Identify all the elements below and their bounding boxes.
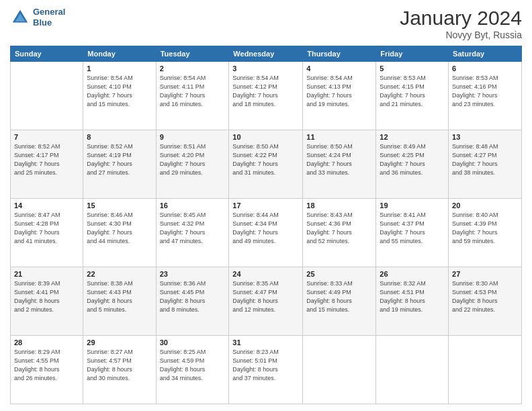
calendar-body: 1Sunrise: 8:54 AMSunset: 4:10 PMDaylight… bbox=[11, 62, 522, 404]
calendar-day-cell: 7Sunrise: 8:52 AMSunset: 4:17 PMDaylight… bbox=[11, 130, 83, 199]
calendar-day-cell: 4Sunrise: 8:54 AMSunset: 4:13 PMDaylight… bbox=[303, 62, 376, 130]
logo-icon bbox=[10, 7, 30, 28]
day-number: 4 bbox=[306, 64, 372, 73]
day-number: 7 bbox=[14, 133, 79, 141]
calendar-title: January 2024 bbox=[400, 7, 522, 30]
day-number: 17 bbox=[232, 201, 299, 210]
day-number: 9 bbox=[160, 133, 226, 141]
day-number: 18 bbox=[306, 201, 372, 210]
day-info: Sunrise: 8:40 AMSunset: 4:39 PMDaylight:… bbox=[452, 211, 518, 246]
day-info: Sunrise: 8:51 AMSunset: 4:20 PMDaylight:… bbox=[160, 142, 226, 177]
page: General Blue January 2024 Novyy Byt, Rus… bbox=[0, 0, 532, 411]
day-info: Sunrise: 8:54 AMSunset: 4:12 PMDaylight:… bbox=[232, 74, 299, 109]
calendar-day-cell: 6Sunrise: 8:53 AMSunset: 4:16 PMDaylight… bbox=[449, 62, 522, 130]
day-number: 13 bbox=[452, 133, 518, 141]
calendar-day-cell: 5Sunrise: 8:53 AMSunset: 4:15 PMDaylight… bbox=[376, 62, 449, 130]
day-number: 3 bbox=[232, 64, 299, 73]
day-number: 23 bbox=[160, 270, 226, 278]
logo-text: General Blue bbox=[33, 7, 65, 28]
day-info: Sunrise: 8:54 AMSunset: 4:10 PMDaylight:… bbox=[87, 74, 152, 109]
day-number: 12 bbox=[380, 133, 445, 141]
day-info: Sunrise: 8:29 AMSunset: 4:55 PMDaylight:… bbox=[14, 348, 79, 383]
calendar-day-cell: 25Sunrise: 8:33 AMSunset: 4:49 PMDayligh… bbox=[303, 267, 376, 336]
calendar-day-cell: 31Sunrise: 8:23 AMSunset: 5:01 PMDayligh… bbox=[229, 336, 303, 404]
calendar-week-row: 1Sunrise: 8:54 AMSunset: 4:10 PMDaylight… bbox=[11, 62, 522, 130]
calendar-day-cell: 14Sunrise: 8:47 AMSunset: 4:28 PMDayligh… bbox=[11, 199, 83, 267]
calendar-day-cell: 12Sunrise: 8:49 AMSunset: 4:25 PMDayligh… bbox=[376, 130, 449, 199]
calendar-day-cell: 13Sunrise: 8:48 AMSunset: 4:27 PMDayligh… bbox=[449, 130, 522, 199]
day-number: 21 bbox=[14, 270, 79, 278]
day-info: Sunrise: 8:52 AMSunset: 4:19 PMDaylight:… bbox=[87, 142, 152, 177]
calendar-day-cell: 22Sunrise: 8:38 AMSunset: 4:43 PMDayligh… bbox=[83, 267, 156, 336]
calendar-table: SundayMondayTuesdayWednesdayThursdayFrid… bbox=[10, 46, 522, 404]
day-number: 30 bbox=[160, 338, 226, 347]
day-number: 16 bbox=[160, 201, 226, 210]
calendar-week-row: 7Sunrise: 8:52 AMSunset: 4:17 PMDaylight… bbox=[11, 130, 522, 199]
day-number: 25 bbox=[306, 270, 372, 278]
calendar-day-cell: 8Sunrise: 8:52 AMSunset: 4:19 PMDaylight… bbox=[83, 130, 156, 199]
day-info: Sunrise: 8:27 AMSunset: 4:57 PMDaylight:… bbox=[87, 348, 152, 383]
calendar-day-cell: 30Sunrise: 8:25 AMSunset: 4:59 PMDayligh… bbox=[156, 336, 229, 404]
calendar-day-cell: 3Sunrise: 8:54 AMSunset: 4:12 PMDaylight… bbox=[229, 62, 303, 130]
calendar-day-cell bbox=[303, 336, 376, 404]
calendar-day-cell bbox=[449, 336, 522, 404]
day-info: Sunrise: 8:52 AMSunset: 4:17 PMDaylight:… bbox=[14, 142, 79, 177]
calendar-day-cell: 2Sunrise: 8:54 AMSunset: 4:11 PMDaylight… bbox=[156, 62, 229, 130]
day-number: 28 bbox=[14, 338, 79, 347]
weekday-header-cell: Thursday bbox=[303, 46, 376, 62]
day-info: Sunrise: 8:45 AMSunset: 4:32 PMDaylight:… bbox=[160, 211, 226, 246]
logo: General Blue bbox=[10, 7, 65, 28]
day-number: 8 bbox=[87, 133, 152, 141]
weekday-header-row: SundayMondayTuesdayWednesdayThursdayFrid… bbox=[11, 46, 522, 62]
day-info: Sunrise: 8:49 AMSunset: 4:25 PMDaylight:… bbox=[380, 142, 445, 177]
weekday-header-cell: Monday bbox=[83, 46, 156, 62]
calendar-day-cell bbox=[11, 62, 83, 130]
day-info: Sunrise: 8:33 AMSunset: 4:49 PMDaylight:… bbox=[306, 279, 372, 314]
day-number: 2 bbox=[160, 64, 226, 73]
day-number: 20 bbox=[452, 201, 518, 210]
calendar-day-cell: 27Sunrise: 8:30 AMSunset: 4:53 PMDayligh… bbox=[449, 267, 522, 336]
calendar-day-cell: 29Sunrise: 8:27 AMSunset: 4:57 PMDayligh… bbox=[83, 336, 156, 404]
day-info: Sunrise: 8:53 AMSunset: 4:16 PMDaylight:… bbox=[452, 74, 518, 109]
day-info: Sunrise: 8:46 AMSunset: 4:30 PMDaylight:… bbox=[87, 211, 152, 246]
day-number: 5 bbox=[380, 64, 445, 73]
calendar-day-cell: 19Sunrise: 8:41 AMSunset: 4:37 PMDayligh… bbox=[376, 199, 449, 267]
calendar-day-cell: 15Sunrise: 8:46 AMSunset: 4:30 PMDayligh… bbox=[83, 199, 156, 267]
calendar-day-cell: 17Sunrise: 8:44 AMSunset: 4:34 PMDayligh… bbox=[229, 199, 303, 267]
day-info: Sunrise: 8:53 AMSunset: 4:15 PMDaylight:… bbox=[380, 74, 445, 109]
calendar-day-cell: 28Sunrise: 8:29 AMSunset: 4:55 PMDayligh… bbox=[11, 336, 83, 404]
day-number: 29 bbox=[87, 338, 152, 347]
calendar-day-cell: 16Sunrise: 8:45 AMSunset: 4:32 PMDayligh… bbox=[156, 199, 229, 267]
day-info: Sunrise: 8:50 AMSunset: 4:22 PMDaylight:… bbox=[232, 142, 299, 177]
weekday-header-cell: Sunday bbox=[11, 46, 83, 62]
day-number: 26 bbox=[380, 270, 445, 278]
header: General Blue January 2024 Novyy Byt, Rus… bbox=[10, 7, 522, 40]
day-info: Sunrise: 8:41 AMSunset: 4:37 PMDaylight:… bbox=[380, 211, 445, 246]
day-number: 15 bbox=[87, 201, 152, 210]
weekday-header-cell: Friday bbox=[376, 46, 449, 62]
calendar-day-cell: 1Sunrise: 8:54 AMSunset: 4:10 PMDaylight… bbox=[83, 62, 156, 130]
day-info: Sunrise: 8:47 AMSunset: 4:28 PMDaylight:… bbox=[14, 211, 79, 246]
day-info: Sunrise: 8:54 AMSunset: 4:13 PMDaylight:… bbox=[306, 74, 372, 109]
calendar-day-cell: 10Sunrise: 8:50 AMSunset: 4:22 PMDayligh… bbox=[229, 130, 303, 199]
day-number: 6 bbox=[452, 64, 518, 73]
day-number: 10 bbox=[232, 133, 299, 141]
day-info: Sunrise: 8:38 AMSunset: 4:43 PMDaylight:… bbox=[87, 279, 152, 314]
day-number: 24 bbox=[232, 270, 299, 278]
day-info: Sunrise: 8:36 AMSunset: 4:45 PMDaylight:… bbox=[160, 279, 226, 314]
day-info: Sunrise: 8:32 AMSunset: 4:51 PMDaylight:… bbox=[380, 279, 445, 314]
calendar-day-cell: 23Sunrise: 8:36 AMSunset: 4:45 PMDayligh… bbox=[156, 267, 229, 336]
calendar-week-row: 14Sunrise: 8:47 AMSunset: 4:28 PMDayligh… bbox=[11, 199, 522, 267]
day-number: 31 bbox=[232, 338, 299, 347]
title-section: January 2024 Novyy Byt, Russia bbox=[400, 7, 522, 40]
day-info: Sunrise: 8:48 AMSunset: 4:27 PMDaylight:… bbox=[452, 142, 518, 177]
calendar-week-row: 28Sunrise: 8:29 AMSunset: 4:55 PMDayligh… bbox=[11, 336, 522, 404]
day-info: Sunrise: 8:39 AMSunset: 4:41 PMDaylight:… bbox=[14, 279, 79, 314]
calendar-day-cell: 11Sunrise: 8:50 AMSunset: 4:24 PMDayligh… bbox=[303, 130, 376, 199]
day-info: Sunrise: 8:30 AMSunset: 4:53 PMDaylight:… bbox=[452, 279, 518, 314]
weekday-header-cell: Tuesday bbox=[156, 46, 229, 62]
calendar-day-cell: 21Sunrise: 8:39 AMSunset: 4:41 PMDayligh… bbox=[11, 267, 83, 336]
calendar-day-cell: 9Sunrise: 8:51 AMSunset: 4:20 PMDaylight… bbox=[156, 130, 229, 199]
calendar-day-cell: 18Sunrise: 8:43 AMSunset: 4:36 PMDayligh… bbox=[303, 199, 376, 267]
day-info: Sunrise: 8:23 AMSunset: 5:01 PMDaylight:… bbox=[232, 348, 299, 383]
